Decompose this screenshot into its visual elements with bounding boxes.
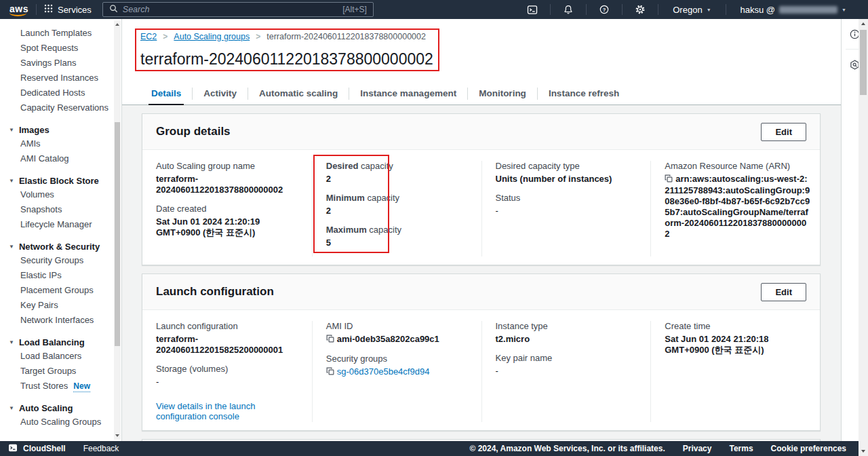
caret-down-icon: ▼ <box>9 244 14 250</box>
tab-activity[interactable]: Activity <box>202 83 238 104</box>
sidebar-item-elastic-ips[interactable]: Elastic IPs <box>0 268 112 283</box>
breadcrumb-asg-link[interactable]: Auto Scaling groups <box>174 32 250 41</box>
breadcrumb-chevron-icon: > <box>256 32 260 41</box>
notifications-bell-icon[interactable] <box>558 0 578 19</box>
tab-details[interactable]: Details <box>150 83 182 104</box>
sidebar-item-ami-catalog[interactable]: AMI Catalog <box>0 151 112 166</box>
scroll-up-arrow[interactable] <box>861 22 865 25</box>
caret-down-icon: ▼ <box>9 405 14 411</box>
tab-divider <box>467 88 468 100</box>
view-launch-config-link[interactable]: View details in the launch configuration… <box>156 401 302 421</box>
sidebar-item-trust-stores[interactable]: Trust StoresNew <box>0 379 112 394</box>
page-scrollbar-thumb[interactable] <box>860 30 867 95</box>
launch-configuration-title: Launch configuration <box>156 285 274 299</box>
cloudshell-button[interactable]: CloudShell <box>8 444 66 454</box>
tab-instance-management[interactable]: Instance management <box>359 83 458 104</box>
console-footer: CloudShell Feedback © 2024, Amazon Web S… <box>0 441 859 456</box>
desired-capacity-value: 2 <box>326 174 472 185</box>
sidebar-item-reserved-instances[interactable]: Reserved Instances <box>0 71 112 86</box>
search-shortcut-hint: [Alt+S] <box>342 5 367 14</box>
scroll-up-arrow[interactable] <box>115 23 119 26</box>
copyright-text: © 2024, Amazon Web Services, Inc. or its… <box>469 444 665 453</box>
tab-automatic-scaling[interactable]: Automatic scaling <box>258 83 339 104</box>
account-user-label: haksu @ <box>741 5 776 15</box>
sidebar-scrollbar[interactable] <box>114 20 121 440</box>
sidebar-section-images[interactable]: ▼ Images <box>0 121 112 136</box>
sidebar-item-snapshots[interactable]: Snapshots <box>0 202 112 217</box>
help-icon[interactable]: ? <box>594 0 614 19</box>
ec2-sidebar: Launch Templates Spot Requests Savings P… <box>0 19 122 441</box>
sidebar-scrollbar-thumb[interactable] <box>115 122 120 346</box>
terms-link[interactable]: Terms <box>729 444 753 453</box>
ami-id-label: AMI ID <box>326 321 472 332</box>
tab-instance-refresh[interactable]: Instance refresh <box>547 83 620 104</box>
services-menu[interactable]: Services <box>44 4 92 15</box>
caret-down-icon: ▼ <box>9 339 14 345</box>
sidebar-item-auto-scaling-groups[interactable]: Auto Scaling Groups <box>0 415 112 430</box>
tab-divider <box>537 88 538 100</box>
launch-configuration-edit-button[interactable]: Edit <box>761 283 806 301</box>
aws-logo[interactable]: aws <box>9 3 28 16</box>
sidebar-item-launch-templates[interactable]: Launch Templates <box>0 26 112 41</box>
copy-icon[interactable] <box>326 335 334 345</box>
settings-gear-icon[interactable] <box>630 0 650 19</box>
privacy-link[interactable]: Privacy <box>683 444 712 453</box>
topbar-divider <box>726 4 726 15</box>
breadcrumb: EC2 > Auto Scaling groups > terraform-20… <box>140 32 841 41</box>
breadcrumb-ec2-link[interactable]: EC2 <box>140 32 157 41</box>
sidebar-item-volumes[interactable]: Volumes <box>0 187 112 202</box>
global-search[interactable]: [Alt+S] <box>102 2 374 17</box>
sidebar-item-network-interfaces[interactable]: Network Interfaces <box>0 313 112 328</box>
svg-text:?: ? <box>603 7 606 13</box>
topbar-divider <box>586 4 587 15</box>
copy-icon[interactable] <box>665 174 673 185</box>
sidebar-item-amis[interactable]: AMIs <box>0 136 112 151</box>
tab-divider <box>349 88 349 100</box>
sidebar-item-key-pairs[interactable]: Key Pairs <box>0 298 112 313</box>
sidebar-item-savings-plans[interactable]: Savings Plans <box>0 56 112 71</box>
topbar-divider <box>622 4 623 15</box>
minimum-capacity-value: 2 <box>326 206 472 216</box>
sidebar-section-load-balancing[interactable]: ▼ Load Balancing <box>0 334 112 349</box>
topbar-divider <box>550 4 551 15</box>
chevron-down-icon: ▼ <box>707 7 711 12</box>
search-input[interactable] <box>123 5 338 14</box>
group-details-title: Group details <box>156 125 231 138</box>
sidebar-item-placement-groups[interactable]: Placement Groups <box>0 283 112 298</box>
sidebar-section-auto-scaling[interactable]: ▼ Auto Scaling <box>0 400 112 415</box>
sidebar-section-elastic-block-store[interactable]: ▼ Elastic Block Store <box>0 172 112 187</box>
region-selector[interactable]: Oregon ▼ <box>666 5 717 15</box>
desired-capacity-label: Desired capacity <box>326 161 472 172</box>
breadcrumb-chevron-icon: > <box>163 32 167 41</box>
tab-divider <box>248 88 248 100</box>
create-time-label: Create time <box>665 321 810 332</box>
sidebar-item-capacity-reservations[interactable]: Capacity Reservations <box>0 100 112 115</box>
cloudshell-icon[interactable] <box>522 0 542 19</box>
group-details-edit-button[interactable]: Edit <box>761 123 806 141</box>
caret-down-icon: ▼ <box>9 127 14 133</box>
tab-monitoring[interactable]: Monitoring <box>477 83 528 104</box>
ami-id-value: ami-0deb35a8202ca99c1 <box>326 334 472 345</box>
sidebar-item-dedicated-hosts[interactable]: Dedicated Hosts <box>0 86 112 100</box>
scroll-down-arrow[interactable] <box>115 434 119 437</box>
scroll-down-arrow[interactable] <box>861 450 865 453</box>
services-label: Services <box>58 5 92 15</box>
copy-icon[interactable] <box>326 367 334 378</box>
sidebar-item-load-balancers[interactable]: Load Balancers <box>0 349 112 364</box>
breadcrumb-current: terraform-20240601122018378800000002 <box>267 32 426 41</box>
feedback-link[interactable]: Feedback <box>83 444 119 453</box>
sidebar-section-network-security[interactable]: ▼ Network & Security <box>0 238 112 253</box>
create-time-value: Sat Jun 01 2024 21:20:18 GMT+0900 (한국 표준… <box>665 334 810 356</box>
sidebar-item-security-groups[interactable]: Security Groups <box>0 253 112 268</box>
cookie-preferences-link[interactable]: Cookie preferences <box>771 444 846 453</box>
page-scrollbar[interactable] <box>859 19 868 456</box>
sidebar-item-lifecycle-manager[interactable]: Lifecycle Manager <box>0 217 112 232</box>
key-pair-value: - <box>496 366 642 377</box>
group-details-card: Group details Edit Auto Scaling group na… <box>142 113 821 265</box>
date-created-label: Date created <box>156 204 302 214</box>
account-menu[interactable]: haksu @ ▼ <box>734 5 853 15</box>
security-group-link[interactable]: sg-06d370e5be4cf9d94 <box>337 366 430 377</box>
asg-name-label: Auto Scaling group name <box>156 161 302 172</box>
sidebar-item-spot-requests[interactable]: Spot Requests <box>0 41 112 56</box>
sidebar-item-target-groups[interactable]: Target Groups <box>0 364 112 379</box>
